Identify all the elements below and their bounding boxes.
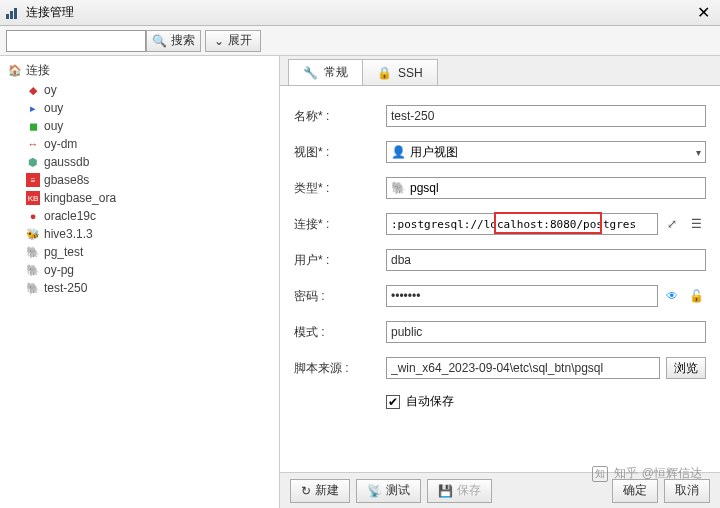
view-select[interactable]: 👤 用户视图 ▾: [386, 141, 706, 163]
save-button[interactable]: 💾 保存: [427, 479, 492, 503]
tree-item-label: pg_test: [44, 245, 83, 259]
tree-item-label: hive3.1.3: [44, 227, 93, 241]
tree-item-label: oy-pg: [44, 263, 74, 277]
unlock-icon[interactable]: 🔓: [686, 286, 706, 306]
db-icon: ◼: [26, 119, 40, 133]
tree-item-label: oracle19c: [44, 209, 96, 223]
tree-item-label: ouy: [44, 101, 63, 115]
expand-button[interactable]: ⌄ 展开: [205, 30, 261, 52]
tree-item[interactable]: ⬢gaussdb: [6, 153, 273, 171]
form: 名称* : 视图* : 👤 用户视图 ▾ 类型* : 🐘 pgsql 连接: [280, 86, 720, 472]
footer: ↻ 新建 📡 测试 💾 保存 确定 取消: [280, 472, 720, 508]
script-input[interactable]: [386, 357, 660, 379]
type-value: pgsql: [410, 181, 439, 195]
tree-item-label: ouy: [44, 119, 63, 133]
script-label: 脚本来源 :: [294, 360, 386, 377]
view-value: 用户视图: [410, 144, 458, 161]
name-input[interactable]: [386, 105, 706, 127]
tree-item-label: gaussdb: [44, 155, 89, 169]
chevron-down-icon: ▾: [696, 147, 701, 158]
tree-item[interactable]: 🐘oy-pg: [6, 261, 273, 279]
tree-item[interactable]: ↔oy-dm: [6, 135, 273, 153]
conn-label: 连接* :: [294, 216, 386, 233]
tree-item[interactable]: 🐝hive3.1.3: [6, 225, 273, 243]
tree-item[interactable]: ●oracle19c: [6, 207, 273, 225]
browse-button[interactable]: 浏览: [666, 357, 706, 379]
db-icon: 🐘: [26, 263, 40, 277]
tree-item[interactable]: ◼ouy: [6, 117, 273, 135]
list-icon[interactable]: ☰: [686, 214, 706, 234]
db-icon: KB: [26, 191, 40, 205]
schema-input[interactable]: [386, 321, 706, 343]
search-icon: 🔍: [152, 34, 167, 48]
db-icon: 🐘: [26, 281, 40, 295]
tree-item[interactable]: 🐘pg_test: [6, 243, 273, 261]
tab-ssh-label: SSH: [398, 66, 423, 80]
pass-label: 密码 :: [294, 288, 386, 305]
tab-ssh[interactable]: 🔒 SSH: [362, 59, 438, 85]
svg-rect-2: [14, 8, 17, 19]
tree-root-label: 连接: [26, 62, 50, 79]
view-label: 视图* :: [294, 144, 386, 161]
search-button[interactable]: 🔍 搜索: [146, 30, 201, 52]
expand-icon[interactable]: ⤢: [662, 214, 682, 234]
tree-item-label: test-250: [44, 281, 87, 295]
ok-button[interactable]: 确定: [612, 479, 658, 503]
content-panel: 🔧 常规 🔒 SSH 名称* : 视图* : 👤 用户视图 ▾: [280, 56, 720, 508]
name-label: 名称* :: [294, 108, 386, 125]
db-icon: ⬢: [26, 155, 40, 169]
db-icon: ●: [26, 209, 40, 223]
db-icon: ◆: [26, 83, 40, 97]
search-input[interactable]: [6, 30, 146, 52]
antenna-icon: 📡: [367, 484, 382, 498]
new-button[interactable]: ↻ 新建: [290, 479, 350, 503]
expand-label: 展开: [228, 32, 252, 49]
db-icon: 🐘: [26, 245, 40, 259]
toolbar: 🔍 搜索 ⌄ 展开: [0, 26, 720, 56]
home-icon: 🏠: [8, 64, 22, 78]
search-label: 搜索: [171, 32, 195, 49]
tree-item-label: gbase8s: [44, 173, 89, 187]
chevron-down-icon: ⌄: [214, 34, 224, 48]
user-input[interactable]: [386, 249, 706, 271]
tree-item[interactable]: KBkingbase_ora: [6, 189, 273, 207]
user-icon: 👤: [391, 145, 406, 159]
db-icon: 🐝: [26, 227, 40, 241]
user-label: 用户* :: [294, 252, 386, 269]
tree-item[interactable]: ≡gbase8s: [6, 171, 273, 189]
tree-item-label: kingbase_ora: [44, 191, 116, 205]
type-select[interactable]: 🐘 pgsql: [386, 177, 706, 199]
new-label: 新建: [315, 482, 339, 499]
test-button[interactable]: 📡 测试: [356, 479, 421, 503]
tree-item-label: oy-dm: [44, 137, 77, 151]
save-label: 保存: [457, 482, 481, 499]
svg-rect-0: [6, 14, 9, 19]
tree-item-label: oy: [44, 83, 57, 97]
sidebar: 🏠 连接 ◆oy▸ouy◼ouy↔oy-dm⬢gaussdb≡gbase8sKB…: [0, 56, 280, 508]
cancel-button[interactable]: 取消: [664, 479, 710, 503]
tree-root[interactable]: 🏠 连接: [6, 60, 273, 81]
test-label: 测试: [386, 482, 410, 499]
tree-item[interactable]: 🐘test-250: [6, 279, 273, 297]
db-icon: ▸: [26, 101, 40, 115]
tree-item[interactable]: ▸ouy: [6, 99, 273, 117]
app-icon: [4, 5, 20, 21]
lock-icon: 🔒: [377, 66, 392, 80]
tab-general[interactable]: 🔧 常规: [288, 59, 363, 85]
window-title: 连接管理: [26, 4, 74, 21]
autosave-checkbox[interactable]: ✔: [386, 395, 400, 409]
save-icon: 💾: [438, 484, 453, 498]
tab-general-label: 常规: [324, 64, 348, 81]
conn-input[interactable]: [386, 213, 658, 235]
pass-input[interactable]: [386, 285, 658, 307]
autosave-label: 自动保存: [406, 393, 454, 410]
pgsql-icon: 🐘: [391, 181, 406, 195]
db-icon: ≡: [26, 173, 40, 187]
close-button[interactable]: ✕: [691, 3, 716, 22]
type-label: 类型* :: [294, 180, 386, 197]
svg-rect-1: [10, 11, 13, 19]
tree-item[interactable]: ◆oy: [6, 81, 273, 99]
refresh-icon: ↻: [301, 484, 311, 498]
eye-icon[interactable]: 👁: [662, 286, 682, 306]
titlebar: 连接管理 ✕: [0, 0, 720, 26]
